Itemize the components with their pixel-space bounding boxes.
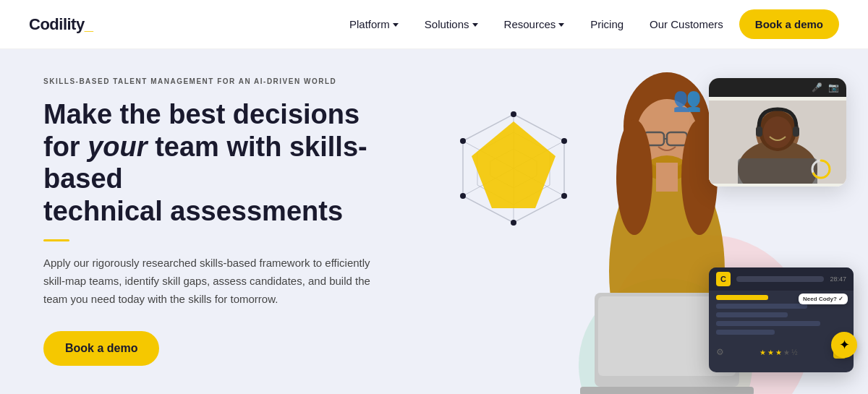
cody-badge: Need Cody? ✓ bbox=[799, 294, 848, 304]
nav-platform-label: Platform bbox=[349, 18, 390, 30]
star-2: ★ bbox=[767, 348, 774, 356]
code-line-1 bbox=[716, 295, 768, 300]
nav-platform[interactable]: Platform bbox=[339, 12, 409, 36]
code-time-display: 28:47 bbox=[830, 275, 846, 283]
star-4: ★ bbox=[783, 348, 790, 356]
code-line-2 bbox=[716, 304, 807, 309]
svg-marker-6 bbox=[472, 121, 556, 208]
svg-point-20 bbox=[616, 119, 652, 235]
svg-rect-24 bbox=[580, 387, 754, 394]
gear-icon: ⚙ bbox=[716, 347, 724, 357]
hero-title-line2: for your team with skills-based bbox=[43, 132, 367, 194]
hero-divider bbox=[43, 239, 69, 241]
video-card: 🎤 📷 bbox=[709, 78, 846, 187]
svg-point-7 bbox=[511, 111, 516, 117]
svg-rect-30 bbox=[756, 127, 762, 137]
nav-pricing-label: Pricing bbox=[590, 18, 624, 30]
sparkle-button[interactable]: ✦ bbox=[831, 332, 857, 358]
codility-logo-small: C bbox=[716, 272, 731, 286]
chevron-down-icon bbox=[393, 23, 399, 27]
nav-customers[interactable]: Our Customers bbox=[639, 12, 733, 36]
code-title-bar bbox=[736, 276, 824, 282]
star-5: ½ bbox=[791, 348, 797, 356]
code-card-header: C 28:47 bbox=[709, 267, 854, 291]
hero-section: SKILLS-BASED TALENT MANAGEMENT FOR AN AI… bbox=[0, 49, 868, 394]
nav-links: Platform Solutions Resources Pricing Our… bbox=[339, 9, 839, 39]
book-demo-button-hero[interactable]: Book a demo bbox=[43, 331, 159, 366]
logo[interactable]: Codility_ bbox=[29, 15, 93, 34]
hero-description: Apply our rigorously researched skills-b… bbox=[43, 254, 376, 308]
nav-solutions[interactable]: Solutions bbox=[414, 12, 488, 36]
logo-text: Codility bbox=[29, 15, 85, 33]
chevron-down-icon bbox=[558, 23, 564, 27]
chevron-down-icon bbox=[472, 23, 478, 27]
svg-point-11 bbox=[460, 193, 466, 199]
camera-icon: 📷 bbox=[828, 82, 839, 93]
hero-title: Make the best decisions for your team wi… bbox=[43, 98, 434, 228]
svg-rect-19 bbox=[656, 163, 678, 192]
people-icon: 👥 bbox=[673, 85, 702, 113]
nav-resources-label: Resources bbox=[504, 18, 556, 30]
svg-rect-33 bbox=[738, 158, 817, 184]
hero-title-line1: Make the best decisions bbox=[43, 99, 359, 129]
code-body: Need Cody? ✓ bbox=[709, 291, 854, 343]
video-card-toolbar: 🎤 📷 bbox=[709, 78, 846, 97]
book-demo-button-nav[interactable]: Book a demo bbox=[739, 9, 839, 39]
svg-point-10 bbox=[511, 220, 516, 226]
hero-title-line3: technical assessments bbox=[43, 196, 343, 226]
hero-eyebrow: SKILLS-BASED TALENT MANAGEMENT FOR AN AI… bbox=[43, 77, 434, 85]
nav-resources[interactable]: Resources bbox=[494, 12, 575, 36]
mic-icon: 🎤 bbox=[812, 82, 822, 93]
nav-customers-label: Our Customers bbox=[650, 18, 723, 30]
hero-title-your: your bbox=[88, 132, 147, 162]
nav-solutions-label: Solutions bbox=[425, 18, 469, 30]
logo-suffix: _ bbox=[85, 15, 93, 33]
cody-label: Need Cody? ✓ bbox=[803, 296, 843, 302]
code-editor-card: C 28:47 Need Cody? ✓ ⚙ ★ ★ ★ bbox=[709, 267, 854, 372]
video-card-body bbox=[709, 97, 846, 187]
hero-content: SKILLS-BASED TALENT MANAGEMENT FOR AN AI… bbox=[43, 77, 434, 367]
stars-rating: ★ ★ ★ ★ ½ bbox=[760, 348, 797, 356]
nav-pricing[interactable]: Pricing bbox=[580, 12, 634, 36]
hero-title-for: for bbox=[43, 132, 88, 162]
star-3: ★ bbox=[775, 348, 782, 356]
code-line-5 bbox=[716, 330, 775, 335]
star-1: ★ bbox=[760, 348, 766, 356]
code-line-3 bbox=[716, 312, 788, 317]
hero-visual: 👥 bbox=[420, 49, 868, 394]
code-line-4 bbox=[716, 321, 820, 326]
navbar: Codility_ Platform Solutions Resources P… bbox=[0, 0, 868, 49]
svg-point-32 bbox=[763, 116, 792, 148]
svg-point-12 bbox=[460, 138, 466, 144]
svg-rect-31 bbox=[793, 127, 799, 137]
